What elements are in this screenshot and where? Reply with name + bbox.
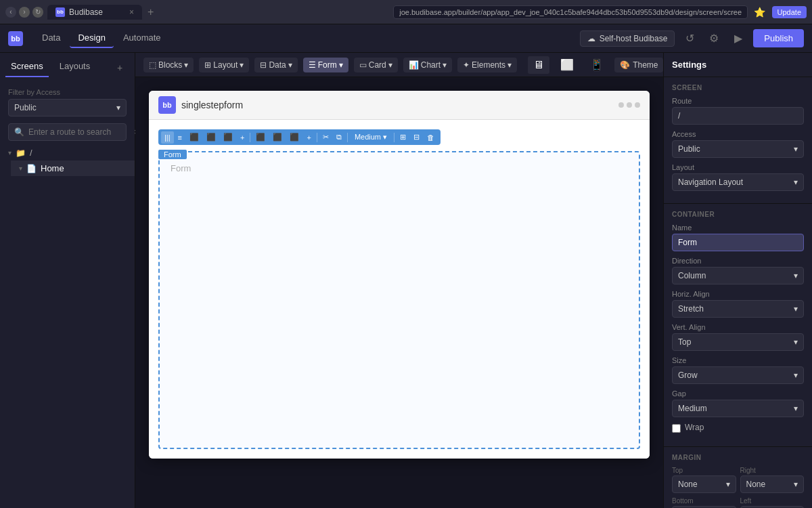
ft-columns-btn[interactable]: |||	[161, 131, 174, 144]
form-container[interactable]: Form	[158, 151, 640, 449]
layout-select[interactable]: Navigation Layout ▾	[672, 173, 804, 191]
ft-copy-btn[interactable]: ⧉	[333, 131, 345, 144]
wrap-checkbox[interactable]	[672, 424, 681, 433]
tablet-view-btn[interactable]: ⬜	[555, 56, 579, 74]
ft-rows-btn[interactable]: ≡	[175, 131, 185, 144]
route-label: Route	[672, 97, 804, 105]
route-input[interactable]	[672, 107, 804, 125]
margin-right-select[interactable]: None ▾	[740, 475, 805, 493]
elements-btn[interactable]: ✦ Elements ▾	[457, 58, 517, 72]
new-tab-btn[interactable]: +	[145, 6, 156, 18]
tree-folder-icon: 📁	[16, 148, 26, 158]
tree-item-root[interactable]: ▾ 📁 /	[0, 145, 135, 161]
ft-valign2-btn[interactable]: ⬛	[269, 131, 286, 144]
form-placeholder: Form	[171, 163, 191, 173]
ft-align1-btn[interactable]: ⬛	[186, 131, 202, 144]
nav-tab-automate[interactable]: Automate	[115, 28, 169, 48]
tree-item-home[interactable]: ▾ 📄 Home	[11, 161, 135, 176]
elements-icon: ✦	[463, 60, 470, 70]
app-name: singlestepform	[181, 100, 243, 110]
extensions-btn[interactable]: ⭐	[752, 4, 768, 20]
layout-btn[interactable]: ⊞ Layout ▾	[199, 58, 249, 72]
right-sidebar: Settings SCREEN Route Access Public ▾ La…	[663, 53, 812, 508]
access-chevron-icon: ▾	[794, 144, 798, 154]
add-screen-btn[interactable]: +	[110, 58, 129, 77]
margin-top-field: Top None ▾	[672, 467, 736, 493]
search-input[interactable]	[28, 127, 130, 137]
blocks-btn[interactable]: ⬚ Blocks ▾	[143, 58, 194, 72]
horiz-align-select[interactable]: Stretch ▾	[672, 300, 804, 318]
browser-tab[interactable]: bb Budibase ×	[47, 5, 142, 20]
card-icon: ▭	[359, 60, 367, 70]
ft-size-btn[interactable]: Medium ▾	[350, 131, 392, 144]
tree-root-label: /	[30, 148, 32, 158]
chart-label: Chart	[421, 60, 441, 70]
reload-btn[interactable]: ↻	[32, 7, 43, 18]
browser-actions: ⭐ Update	[752, 4, 807, 20]
direction-select[interactable]: Column ▾	[672, 267, 804, 284]
self-host-btn[interactable]: ☁ Self-host Budibase	[580, 30, 675, 47]
ft-valign1-btn[interactable]: ⬛	[252, 131, 269, 144]
filter-label: Filter by Access	[8, 88, 127, 96]
theme-btn[interactable]: 🎨 Theme	[614, 58, 663, 72]
app-header-dots	[618, 102, 640, 108]
size-select[interactable]: Grow ▾	[672, 366, 804, 384]
settings-icon-btn[interactable]: ⚙	[704, 29, 723, 48]
ft-delete-btn[interactable]: 🗑	[424, 131, 438, 144]
wrap-label[interactable]: Wrap	[685, 423, 704, 432]
direction-label: Direction	[672, 257, 804, 265]
ft-plus2-btn[interactable]: +	[303, 131, 314, 144]
ft-list-btn[interactable]: ⊟	[410, 131, 423, 144]
data-btn[interactable]: ⊟ Data ▾	[254, 58, 297, 72]
chart-icon: 📊	[409, 60, 419, 70]
sidebar-tab-screens[interactable]: Screens	[5, 58, 49, 77]
gap-select[interactable]: Medium ▾	[672, 400, 804, 417]
app-logo: bb	[158, 96, 176, 114]
data-label: Data	[269, 60, 286, 70]
sidebar-tab-layouts[interactable]: Layouts	[54, 58, 96, 77]
form-btn[interactable]: ☰ Form ▾	[303, 58, 348, 72]
filter-select[interactable]: Public ▾	[8, 99, 127, 117]
nav-tab-data[interactable]: Data	[34, 28, 68, 48]
margin-top-label: Top	[672, 467, 736, 474]
view-toolbar: ⬚ Blocks ▾ ⊞ Layout ▾ ⊟ Data ▾ ☰ Form	[135, 53, 663, 77]
close-tab-icon[interactable]: ×	[129, 7, 134, 17]
blocks-chevron: ▾	[184, 60, 188, 70]
margin-left-label: Left	[740, 497, 805, 505]
publish-btn[interactable]: Publish	[753, 29, 804, 47]
preview-icon-btn[interactable]: ▶	[729, 29, 748, 48]
refresh-icon-btn[interactable]: ↺	[680, 29, 699, 48]
layout-field: Layout Navigation Layout ▾	[672, 163, 804, 191]
nav-tab-design[interactable]: Design	[70, 28, 113, 48]
browser-controls: ‹ › ↻	[5, 7, 43, 18]
vert-align-label: Vert. Align	[672, 323, 804, 331]
back-btn[interactable]: ‹	[5, 7, 16, 18]
app-header: bb singlestepform	[149, 91, 650, 120]
desktop-view-btn[interactable]: 🖥	[528, 56, 549, 74]
ft-align3-btn[interactable]: ⬛	[220, 131, 236, 144]
card-btn[interactable]: ▭ Card ▾	[354, 58, 398, 72]
canvas-area[interactable]: bb singlestepform Home	[135, 77, 663, 508]
ft-crop-btn[interactable]: ✂	[319, 131, 332, 144]
tree-home-label: Home	[41, 163, 64, 173]
dot1	[618, 102, 624, 108]
ft-grid-btn[interactable]: ⊞	[397, 131, 409, 144]
size-field: Size Grow ▾	[672, 356, 804, 384]
name-input[interactable]	[672, 234, 804, 251]
address-bar[interactable]	[393, 5, 747, 19]
margin-top-select[interactable]: None ▾	[672, 475, 736, 493]
chart-btn[interactable]: 📊 Chart ▾	[403, 58, 452, 72]
vert-align-select[interactable]: Top ▾	[672, 333, 804, 351]
mobile-view-btn[interactable]: 📱	[585, 56, 609, 74]
ft-plus1-btn[interactable]: +	[237, 131, 248, 144]
access-select[interactable]: Public ▾	[672, 140, 804, 158]
center-content: ⬚ Blocks ▾ ⊞ Layout ▾ ⊟ Data ▾ ☰ Form	[135, 53, 663, 508]
nav-tabs: Data Design Automate	[34, 28, 169, 48]
forward-btn[interactable]: ›	[19, 7, 30, 18]
filter-section: Filter by Access Public ▾	[0, 85, 135, 119]
update-btn[interactable]: Update	[772, 6, 807, 18]
ft-align2-btn[interactable]: ⬛	[203, 131, 219, 144]
settings-title: Settings	[664, 53, 812, 77]
top-nav: bb Data Design Automate ☁ Self-host Budi…	[0, 24, 812, 53]
ft-valign3-btn[interactable]: ⬛	[286, 131, 302, 144]
